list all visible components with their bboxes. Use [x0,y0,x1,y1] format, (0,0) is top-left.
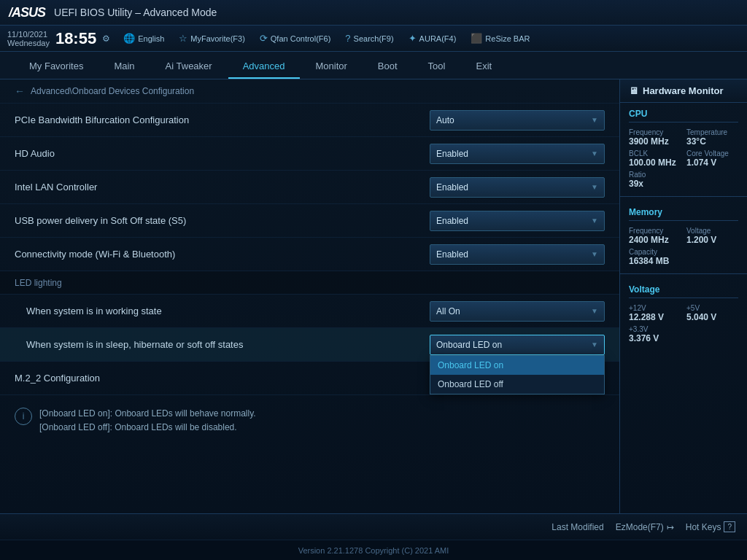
mem-cap-value: 16384 MB [629,256,738,266]
toolbar-qfan[interactable]: ⟳ Qfan Control(F6) [255,31,336,45]
toolbar-aura[interactable]: ✦ AURA(F4) [404,31,461,45]
language-label: English [138,34,164,43]
tab-tool[interactable]: Tool [414,55,460,79]
hdaudio-control[interactable]: Enabled ▼ [430,144,605,164]
cpu-bclk-value: 100.00 MHz [629,158,681,168]
resize-icon: ⬛ [471,33,482,44]
setting-row-pcie[interactable]: PCIe Bandwidth Bifurcation Configuration… [0,104,619,137]
usb-label: USB power delivery in Soft Off state (S5… [15,215,430,226]
volt-33v-label: +3.3V [629,325,738,333]
setting-row-sleep-state[interactable]: When system is in sleep, hibernate or so… [0,328,619,362]
connectivity-control[interactable]: Enabled ▼ [430,244,605,265]
sleep-state-dropdown[interactable]: Onboard LED on ▼ [430,335,605,355]
led-lighting-section: LED lighting [0,271,619,295]
mem-cap-label: Capacity [629,248,738,256]
nav-tabs: My Favorites Main Ai Tweaker Advanced Mo… [0,52,747,79]
cpu-temp-value: 33°C [686,136,738,147]
hotkeys-icon: ? [724,521,735,532]
lan-value: Enabled [436,182,468,192]
cpu-temperature: Temperature 33°C [686,128,738,147]
ez-mode-button[interactable]: EzMode(F7) ↦ [616,522,674,532]
header: /ASUS UEFI BIOS Utility – Advanced Mode [0,0,747,26]
search-label: Search(F9) [354,34,394,43]
toolbar: 11/10/2021Wednesday 18:55 ⚙ 🌐 English ☆ … [0,26,747,52]
setting-row-usb[interactable]: USB power delivery in Soft Off state (S5… [0,204,619,238]
tab-boot[interactable]: Boot [363,55,412,79]
cpu-temp-label: Temperature [686,128,738,136]
content-area: ← Advanced\Onboard Devices Configuration… [0,79,747,513]
setting-row-working-state[interactable]: When system is in working state All On ▼ [0,295,619,328]
breadcrumb: ← Advanced\Onboard Devices Configuration [0,79,619,104]
toolbar-search[interactable]: ? Search(F9) [341,31,398,45]
m2-label: M.2_2 Configuration [15,373,430,384]
hardware-monitor-sidebar: 🖥 Hardware Monitor CPU Frequency 3900 MH… [619,79,747,513]
lan-control[interactable]: Enabled ▼ [430,177,605,198]
main-content: ← Advanced\Onboard Devices Configuration… [0,79,619,513]
pcie-control[interactable]: Auto ▼ [430,110,605,131]
voltage-section-title: Voltage [629,284,738,298]
setting-row-connectivity[interactable]: Connectivity mode (Wi-Fi & Bluetooth) En… [0,238,619,271]
lan-arrow-icon: ▼ [591,183,598,191]
cpu-grid: Frequency 3900 MHz Temperature 33°C BCLK… [629,128,738,168]
pcie-arrow-icon: ▼ [591,116,598,124]
memory-section-title: Memory [629,207,738,221]
working-state-control[interactable]: All On ▼ [430,301,605,322]
sleep-state-control[interactable]: Onboard LED on ▼ Onboard LED on Onboard … [430,335,605,355]
hw-monitor-label: Hardware Monitor [643,85,724,96]
info-icon: i [15,408,32,425]
volt-12v-value: 12.288 V [629,312,681,322]
breadcrumb-text: Advanced\Onboard Devices Configuration [31,86,194,96]
usb-arrow-icon: ▼ [591,217,598,225]
back-arrow-icon[interactable]: ← [15,85,25,97]
toolbar-resizebar[interactable]: ⬛ ReSize BAR [466,31,534,45]
settings-table: PCIe Bandwidth Bifurcation Configuration… [0,104,619,395]
tab-advanced[interactable]: Advanced [228,55,300,79]
tab-monitor[interactable]: Monitor [301,55,362,79]
main-container: /ASUS UEFI BIOS Utility – Advanced Mode … [0,0,747,560]
last-modified-button[interactable]: Last Modified [551,522,603,532]
pcie-label: PCIe Bandwidth Bifurcation Configuration [15,114,430,125]
option-led-off[interactable]: Onboard LED off [430,375,604,394]
pcie-dropdown[interactable]: Auto ▼ [430,110,605,131]
hdaudio-dropdown[interactable]: Enabled ▼ [430,144,605,164]
voltage-grid: +12V 12.288 V +5V 5.040 V [629,304,738,322]
setting-row-lan[interactable]: Intel LAN Controller Enabled ▼ [0,171,619,204]
volt-33v: +3.3V 3.376 V [629,325,738,343]
connectivity-dropdown[interactable]: Enabled ▼ [430,244,605,265]
volt-5v-value: 5.040 V [686,312,738,322]
lan-dropdown[interactable]: Enabled ▼ [430,177,605,198]
hot-keys-button[interactable]: Hot Keys ? [686,521,735,532]
cpu-ratio: Ratio 39x [629,171,738,189]
sleep-state-arrow-icon: ▼ [591,341,598,349]
toolbar-myfavorite[interactable]: ☆ MyFavorite(F3) [174,31,249,45]
tab-main[interactable]: Main [99,55,149,79]
setting-row-hdaudio[interactable]: HD Audio Enabled ▼ [0,137,619,171]
sleep-state-label: When system is in sleep, hibernate or so… [26,339,430,350]
cpu-bclk: BCLK 100.00 MHz [629,149,681,168]
hw-monitor-title: 🖥 Hardware Monitor [620,79,747,103]
bios-title: UEFI BIOS Utility – Advanced Mode [54,7,217,18]
settings-gear-icon[interactable]: ⚙ [102,34,110,44]
usb-value: Enabled [436,216,468,226]
connectivity-value: Enabled [436,249,468,260]
usb-control[interactable]: Enabled ▼ [430,211,605,231]
cpu-freq-label: Frequency [629,128,681,136]
option-led-on[interactable]: Onboard LED on [430,356,604,375]
asus-logo: /ASUS [9,5,45,20]
info-box: i [Onboard LED on]: Onboard LEDs will be… [0,398,619,443]
toolbar-left: 11/10/2021Wednesday 18:55 ⚙ [7,29,119,48]
working-state-dropdown[interactable]: All On ▼ [430,301,605,322]
cpu-bclk-label: BCLK [629,149,681,158]
tab-exit[interactable]: Exit [461,55,506,79]
sleep-state-menu: Onboard LED on Onboard LED off [430,355,605,394]
info-text: [Onboard LED on]: Onboard LEDs will beha… [39,407,256,435]
version-text: Version 2.21.1278 Copyright (C) 2021 AMI [298,546,449,555]
tab-ai-tweaker[interactable]: Ai Tweaker [151,55,227,79]
toolbar-language[interactable]: 🌐 English [119,31,169,45]
cpu-section-title: CPU [629,109,738,122]
footer: Last Modified EzMode(F7) ↦ Hot Keys ? [0,513,747,540]
usb-dropdown[interactable]: Enabled ▼ [430,211,605,231]
tab-my-favorites[interactable]: My Favorites [15,55,98,79]
fan-icon: ⟳ [260,33,268,44]
mem-volt-label: Voltage [686,227,738,235]
